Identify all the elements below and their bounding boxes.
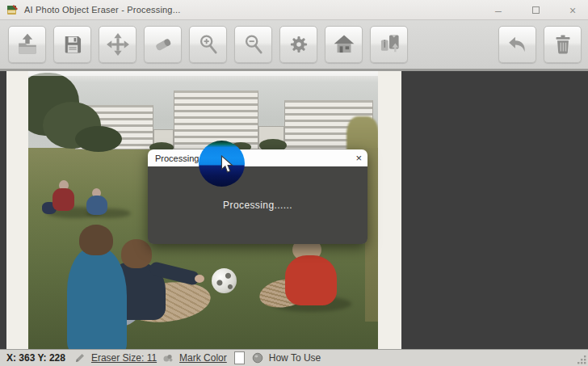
eraser-icon [149,31,177,58]
processing-dialog: Processing...... × Processing...... [148,149,368,244]
minimize-button[interactable]: – [488,2,509,19]
upgrade-button[interactable] [370,26,408,63]
boy-teal-hoodie [67,247,127,349]
zoom-out-button[interactable] [234,26,272,63]
tree-bush [75,126,122,152]
eraser-size-link[interactable]: Eraser Size: 11 [91,352,157,364]
zoom-in-button[interactable] [189,26,227,63]
boy-head [121,239,152,268]
pencil-icon [74,352,86,364]
toolbar-right-group [498,26,582,63]
shirts-upgrade-icon [376,31,403,58]
boy-hand [195,275,204,283]
eraser-button[interactable] [144,26,182,63]
settings-button[interactable] [279,26,317,63]
boy-head [79,225,113,255]
toolbar-left-group [8,26,408,63]
zoom-out-icon [240,31,267,58]
maximize-button[interactable] [525,2,546,19]
close-button[interactable]: × [562,2,583,19]
how-to-use-label[interactable]: How To Use [269,352,321,364]
help-icon [252,352,263,364]
maximize-icon [532,6,540,14]
trash-icon [549,31,577,58]
person-red-jacket [52,188,74,211]
cursor-coordinates: X: 363 Y: 228 [6,352,65,364]
dialog-close-button[interactable]: × [355,149,362,166]
processing-message: Processing...... [223,200,292,211]
dialog-titlebar: Processing...... × [148,149,368,166]
person-blue-jacket [86,196,107,215]
move-button[interactable] [99,26,136,63]
save-button[interactable] [53,26,91,63]
undo-arrow-icon [504,31,531,58]
window-titlebar: AI Photo Object Eraser - Processing... –… [0,0,588,20]
mark-color-link[interactable]: Mark Color [179,352,227,364]
gear-icon [285,31,313,58]
paint-icon [162,352,174,364]
undo-button[interactable] [498,26,536,63]
open-folder-icon [14,31,41,58]
mark-color-swatch[interactable] [234,351,245,364]
home-icon [330,31,358,58]
window-title: AI Photo Object Eraser - Processing... [24,5,180,15]
resize-grip[interactable] [578,355,586,364]
home-button[interactable] [325,26,363,63]
mouse-cursor-icon [220,155,233,175]
zoom-in-icon [195,31,222,58]
toolbar [0,20,588,71]
photo-top-highlight [28,71,378,76]
save-floppy-icon [59,31,86,58]
window-controls: – × [488,0,583,20]
dialog-body: Processing...... [148,166,368,244]
statusbar: X: 363 Y: 228 Eraser Size: 11 Mark Color… [0,349,588,366]
open-button[interactable] [8,26,46,63]
kid-red-jacket [285,255,337,305]
delete-button[interactable] [544,26,582,63]
app-window: AI Photo Object Eraser - Processing... –… [0,0,588,366]
app-logo-icon [6,4,19,16]
move-arrows-icon [104,31,132,58]
soccer-ball [212,268,237,293]
